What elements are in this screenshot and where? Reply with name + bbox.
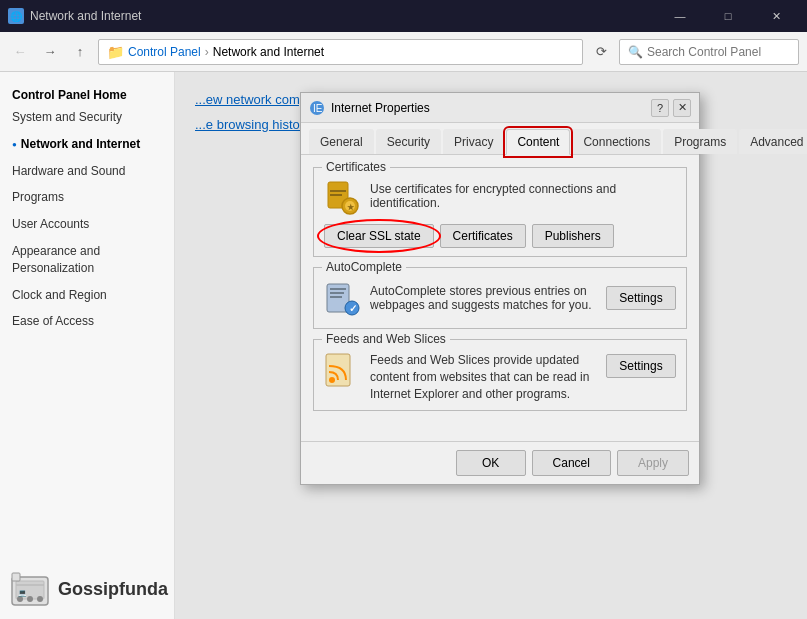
- feeds-description: Feeds and Web Slices provide updated con…: [370, 352, 596, 402]
- sidebar-item-system-security[interactable]: System and Security: [0, 104, 174, 131]
- refresh-button[interactable]: ⟳: [589, 40, 613, 64]
- clear-ssl-button[interactable]: Clear SSL state: [324, 224, 434, 248]
- address-path: 📁 Control Panel › Network and Internet: [98, 39, 583, 65]
- autocomplete-section-label: AutoComplete: [322, 260, 406, 274]
- svg-rect-18: [12, 573, 20, 581]
- address-bar: ← → ↑ 📁 Control Panel › Network and Inte…: [0, 32, 807, 72]
- window-title: Network and Internet: [30, 9, 141, 23]
- search-box: 🔍: [619, 39, 799, 65]
- main-layout: Control Panel Home System and Security N…: [0, 72, 807, 619]
- path-control-panel[interactable]: Control Panel: [128, 45, 201, 59]
- ok-button[interactable]: OK: [456, 450, 526, 476]
- dialog-title-left: IE Internet Properties: [309, 100, 430, 116]
- tab-content[interactable]: Content: [506, 129, 570, 155]
- dialog-close-button[interactable]: ✕: [673, 99, 691, 117]
- watermark-label: Gossipfunda: [58, 579, 168, 600]
- sidebar-item-network-internet[interactable]: Network and Internet: [0, 131, 174, 158]
- feeds-row: Feeds and Web Slices provide updated con…: [324, 352, 676, 402]
- cancel-button[interactable]: Cancel: [532, 450, 611, 476]
- titlebar-left: 🌐 Network and Internet: [8, 8, 141, 24]
- dialog-help-button[interactable]: ?: [651, 99, 669, 117]
- watermark-icon: 💻: [10, 569, 50, 609]
- svg-point-15: [329, 377, 335, 383]
- dialog-title-text: Internet Properties: [331, 101, 430, 115]
- sidebar-item-programs[interactable]: Programs: [0, 184, 174, 211]
- autocomplete-settings-button[interactable]: Settings: [606, 286, 676, 310]
- forward-button[interactable]: →: [38, 40, 62, 64]
- svg-point-19: [17, 596, 23, 602]
- svg-rect-4: [330, 194, 342, 196]
- svg-rect-10: [330, 292, 344, 294]
- path-network: Network and Internet: [213, 45, 324, 59]
- window-app-icon: 🌐: [8, 8, 24, 24]
- svg-rect-11: [330, 296, 342, 298]
- svg-rect-3: [330, 190, 346, 192]
- maximize-button[interactable]: □: [705, 0, 751, 32]
- autocomplete-icon: ✓: [324, 280, 360, 316]
- dialog-body: Certificates ★ Use certificates for encr…: [301, 155, 699, 433]
- autocomplete-description: AutoComplete stores previous entries on …: [370, 284, 596, 312]
- autocomplete-row: ✓ AutoComplete stores previous entries o…: [324, 280, 676, 316]
- svg-point-20: [27, 596, 33, 602]
- sidebar-item-hardware-sound[interactable]: Hardware and Sound: [0, 158, 174, 185]
- sidebar: Control Panel Home System and Security N…: [0, 72, 175, 619]
- svg-rect-9: [330, 288, 346, 290]
- search-input[interactable]: [647, 45, 797, 59]
- cert-description: Use certificates for encrypted connectio…: [370, 180, 676, 210]
- tab-general[interactable]: General: [309, 129, 374, 154]
- cert-row: ★ Use certificates for encrypted connect…: [324, 180, 676, 216]
- sidebar-item-appearance[interactable]: Appearance and Personalization: [0, 238, 174, 282]
- dialog-controls: ? ✕: [651, 99, 691, 117]
- certificates-section-label: Certificates: [322, 160, 390, 174]
- up-button[interactable]: ↑: [68, 40, 92, 64]
- sidebar-item-clock-region[interactable]: Clock and Region: [0, 282, 174, 309]
- publishers-button[interactable]: Publishers: [532, 224, 614, 248]
- svg-text:IE: IE: [313, 103, 323, 114]
- sidebar-item-ease-access[interactable]: Ease of Access: [0, 308, 174, 335]
- feeds-icon: [324, 352, 360, 388]
- svg-text:★: ★: [347, 203, 355, 212]
- svg-text:💻: 💻: [18, 588, 27, 597]
- content-area: ...ew network computers and devices ...e…: [175, 72, 807, 619]
- feeds-section: Feeds and Web Slices Feeds and Web Slice…: [313, 339, 687, 411]
- path-sep1: ›: [205, 45, 209, 59]
- certificates-button[interactable]: Certificates: [440, 224, 526, 248]
- sidebar-item-user-accounts[interactable]: User Accounts: [0, 211, 174, 238]
- dialog-titlebar: IE Internet Properties ? ✕: [301, 93, 699, 123]
- tabs-bar: General Security Privacy Content Connect…: [301, 123, 699, 155]
- internet-properties-dialog: IE Internet Properties ? ✕ General Secur…: [300, 92, 700, 485]
- tab-connections[interactable]: Connections: [572, 129, 661, 154]
- window-titlebar: 🌐 Network and Internet — □ ✕: [0, 0, 807, 32]
- autocomplete-section: AutoComplete ✓ AutoComplete stores previ…: [313, 267, 687, 329]
- cert-buttons: Clear SSL state Certificates Publishers: [324, 224, 676, 248]
- sidebar-home[interactable]: Control Panel Home: [0, 82, 174, 104]
- feeds-section-label: Feeds and Web Slices: [322, 332, 450, 346]
- titlebar-controls: — □ ✕: [657, 0, 799, 32]
- tab-security[interactable]: Security: [376, 129, 441, 154]
- apply-button[interactable]: Apply: [617, 450, 689, 476]
- minimize-button[interactable]: —: [657, 0, 703, 32]
- tab-advanced[interactable]: Advanced: [739, 129, 807, 154]
- dialog-app-icon: IE: [309, 100, 325, 116]
- search-icon: 🔍: [628, 45, 643, 59]
- back-button[interactable]: ←: [8, 40, 32, 64]
- feeds-settings-button[interactable]: Settings: [606, 354, 676, 378]
- svg-point-21: [37, 596, 43, 602]
- dialog-footer: OK Cancel Apply: [301, 441, 699, 484]
- certificate-icon: ★: [324, 180, 360, 216]
- certificates-section: Certificates ★ Use certificates for encr…: [313, 167, 687, 257]
- tab-programs[interactable]: Programs: [663, 129, 737, 154]
- close-button[interactable]: ✕: [753, 0, 799, 32]
- address-icon: 📁: [107, 44, 124, 60]
- svg-text:✓: ✓: [349, 303, 357, 314]
- watermark: 💻 Gossipfunda: [10, 569, 168, 609]
- tab-privacy[interactable]: Privacy: [443, 129, 504, 154]
